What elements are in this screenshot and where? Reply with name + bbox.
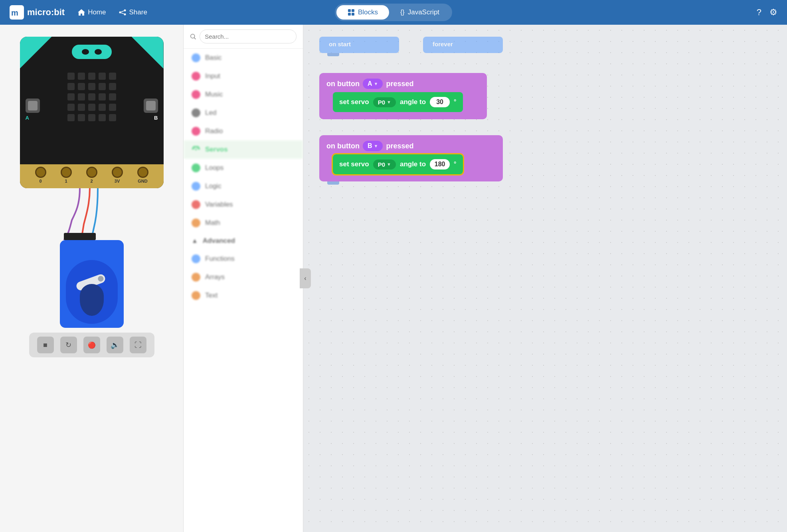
pin-dropdown-arrow-a: ▼ <box>387 100 391 104</box>
on-text-a: on button <box>326 80 360 88</box>
search-icon <box>190 33 196 40</box>
servos-icon <box>192 145 200 154</box>
toolbox-item-arrays[interactable]: Arrays <box>184 268 303 286</box>
search-input[interactable] <box>200 30 297 43</box>
led-dot <box>88 83 95 90</box>
toolbox-item-text[interactable]: Text <box>184 286 303 305</box>
led-dot <box>67 73 75 80</box>
toolbox-item-math[interactable]: Math <box>184 214 303 232</box>
tab-blocks[interactable]: Blocks <box>336 5 389 20</box>
toolbox-item-variables[interactable]: Variables <box>184 195 303 214</box>
button-b-dropdown[interactable]: B ▼ <box>363 141 383 151</box>
angle-value-b[interactable]: 180 <box>430 159 450 169</box>
pin-2-hole <box>86 167 97 178</box>
svg-line-6 <box>121 13 124 14</box>
share-nav[interactable]: Share <box>119 8 147 16</box>
event-block-a[interactable]: on button A ▼ pressed set servo P0 ▼ <box>319 73 487 119</box>
pin-gnd-label: GND <box>138 179 147 183</box>
pin-p0-dropdown-b[interactable]: P0 ▼ <box>373 160 396 169</box>
pin-3v-label: 3V <box>115 179 120 183</box>
simulator-panel: A B 0 1 2 <box>0 25 184 532</box>
button-b[interactable] <box>144 99 158 113</box>
event-header-a: on button A ▼ pressed <box>326 79 480 89</box>
led-grid <box>67 73 116 121</box>
simulator-controls: ■ ↻ 🔴 🔉 ⛶ <box>29 333 154 357</box>
tab-group: Blocks {} JavaScript <box>335 4 452 21</box>
led-color-dot <box>192 108 200 117</box>
toolbox-item-loops[interactable]: Loops <box>184 159 303 177</box>
toolbox-item-advanced[interactable]: ▲ Advanced <box>184 232 303 250</box>
led-dot <box>67 104 75 111</box>
led-dot <box>88 73 95 80</box>
help-button[interactable]: ? <box>757 7 761 18</box>
svg-point-4 <box>124 14 126 16</box>
variables-color-dot <box>192 200 200 209</box>
toolbox-item-radio[interactable]: Radio <box>184 122 303 140</box>
label-b: B <box>154 115 158 121</box>
forever-block[interactable]: forever <box>423 37 503 53</box>
expand-button[interactable]: ⛶ <box>130 337 146 353</box>
dropdown-arrow-a: ▼ <box>374 81 378 86</box>
svg-rect-8 <box>352 9 354 12</box>
pin-2: 2 <box>86 164 97 183</box>
toolbox-collapse-button[interactable]: ‹ <box>300 268 311 288</box>
pressed-text-a: pressed <box>386 80 413 88</box>
record-button[interactable]: 🔴 <box>83 337 100 353</box>
led-dot <box>78 73 85 80</box>
degree-symbol-b: ° <box>454 161 456 168</box>
set-servo-block-a[interactable]: set servo P0 ▼ angle to 30 ° <box>333 92 463 112</box>
pins-row: 0 1 2 3V GND <box>20 164 164 188</box>
button-a-inner <box>28 101 38 110</box>
toolbox-item-input[interactable]: Input <box>184 67 303 85</box>
pin-dropdown-arrow-b: ▼ <box>387 162 391 167</box>
stop-button[interactable]: ■ <box>37 337 54 353</box>
block-notch-start <box>327 53 339 56</box>
led-dot <box>88 93 95 100</box>
angle-value-a[interactable]: 30 <box>430 97 450 107</box>
pin-p0-dropdown-a[interactable]: P0 ▼ <box>373 97 396 107</box>
header-right: ? ⚙ <box>757 7 777 18</box>
servo-arm-dot <box>97 275 104 282</box>
toolbox-item-logic[interactable]: Logic <box>184 177 303 195</box>
toolbox-item-music[interactable]: Music <box>184 85 303 104</box>
event-block-a-group: on button A ▼ pressed set servo P0 ▼ <box>319 73 771 119</box>
pin-gnd: GND <box>137 164 148 183</box>
block-notch-forever <box>327 181 339 185</box>
led-dot <box>99 114 106 121</box>
advanced-icon: ▲ <box>192 237 198 244</box>
settings-button[interactable]: ⚙ <box>769 7 777 18</box>
refresh-button[interactable]: ↻ <box>60 337 77 353</box>
svg-rect-10 <box>352 13 354 16</box>
header: m micro:bit Home Share Blocks {} JavaScr… <box>0 0 787 25</box>
pressed-text-b: pressed <box>386 142 413 150</box>
led-dot <box>78 83 85 90</box>
led-dot <box>99 104 106 111</box>
functions-color-dot <box>192 254 200 263</box>
event-block-b[interactable]: on button B ▼ pressed set servo P0 ▼ <box>319 135 503 181</box>
pin-0-hole <box>35 167 46 178</box>
text-color-dot <box>192 291 200 300</box>
tab-javascript[interactable]: {} JavaScript <box>389 5 451 20</box>
microbit-eye-right <box>95 49 102 55</box>
on-start-block[interactable]: on start <box>319 37 399 53</box>
servo-device <box>60 240 124 328</box>
toolbox-item-servos[interactable]: Servos <box>184 140 303 159</box>
set-servo-block-b[interactable]: set servo P0 ▼ angle to 180 ° <box>333 154 463 174</box>
share-icon <box>119 9 127 16</box>
logo[interactable]: m micro:bit <box>10 5 65 20</box>
wire-svg <box>24 188 160 240</box>
toolbox-item-led[interactable]: Led <box>184 104 303 122</box>
sound-button[interactable]: 🔉 <box>107 337 123 353</box>
workspace-panel[interactable]: on start forever on button A ▼ <box>303 25 787 532</box>
toolbox-item-basic[interactable]: Basic <box>184 49 303 67</box>
corner-tr <box>132 37 164 69</box>
event-header-b: on button B ▼ pressed <box>326 141 496 151</box>
workspace-content: on start forever on button A ▼ <box>319 37 771 181</box>
microbit-device: A B 0 1 2 <box>20 37 164 188</box>
button-a[interactable] <box>26 99 40 113</box>
home-icon <box>77 9 85 16</box>
home-nav[interactable]: Home <box>77 8 106 16</box>
toolbox-item-functions[interactable]: Functions <box>184 250 303 268</box>
button-a-dropdown[interactable]: A ▼ <box>363 79 383 89</box>
microbit-logo-icon: m <box>10 5 24 20</box>
